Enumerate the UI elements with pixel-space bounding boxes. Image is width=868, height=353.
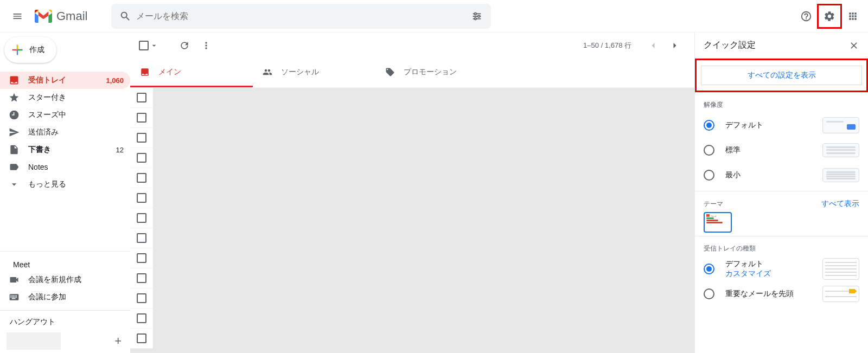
meet-join[interactable]: 会議に参加 [0, 288, 130, 306]
inbox-thumb-default [822, 258, 859, 280]
svg-point-1 [478, 15, 480, 17]
search-bar[interactable] [111, 4, 491, 29]
refresh-button[interactable] [174, 35, 195, 56]
gmail-logo[interactable]: Gmail [30, 9, 92, 23]
message-row[interactable] [130, 188, 694, 208]
row-checkbox[interactable] [137, 113, 146, 123]
help-button[interactable] [795, 5, 817, 27]
message-row[interactable] [130, 108, 694, 128]
theme-view-all[interactable]: すべて表示 [821, 199, 859, 209]
row-checkbox[interactable] [137, 313, 146, 323]
quick-settings-panel: クイック設定 すべての設定を表示 解像度 デフォルト 標準 [694, 33, 868, 353]
row-checkbox[interactable] [137, 213, 146, 223]
more-vert-icon [201, 40, 212, 51]
chevron-down-icon[interactable] [150, 41, 158, 50]
svg-rect-11 [13, 297, 14, 298]
message-row[interactable] [130, 228, 694, 248]
video-icon [0, 274, 28, 285]
nav-snoozed[interactable]: スヌーズ中 [0, 106, 130, 124]
message-row[interactable] [130, 168, 694, 188]
hangouts-new[interactable]: + [114, 334, 122, 348]
see-all-settings-button[interactable]: すべての設定を表示 [701, 66, 862, 85]
prev-page[interactable] [642, 35, 664, 56]
search-input[interactable] [136, 11, 466, 21]
radio-button[interactable] [704, 264, 714, 274]
row-checkbox[interactable] [137, 193, 146, 203]
row-checkbox[interactable] [137, 153, 146, 163]
compose-label: 作成 [29, 45, 44, 55]
message-row[interactable] [130, 268, 694, 288]
svg-rect-9 [10, 297, 11, 298]
message-row[interactable] [130, 309, 694, 329]
density-thumb-comfortable [822, 143, 859, 157]
density-compact[interactable]: 最小 [704, 163, 859, 188]
hangouts-avatar[interactable] [7, 332, 61, 350]
category-tabs: メイン ソーシャル プロモーション [130, 59, 694, 88]
pagination-info: 1–50 / 1,678 行 [583, 41, 631, 50]
apps-button[interactable] [842, 5, 864, 27]
close-settings[interactable] [848, 40, 859, 51]
settings-button[interactable] [817, 4, 842, 29]
radio-button[interactable] [704, 170, 714, 181]
message-row[interactable] [130, 88, 694, 108]
message-row[interactable] [130, 288, 694, 309]
row-checkbox[interactable] [137, 273, 146, 283]
svg-rect-12 [15, 297, 16, 298]
clock-icon [0, 110, 28, 120]
nav-notes[interactable]: Notes [0, 158, 130, 176]
nav-more[interactable]: もっと見る [0, 176, 130, 193]
row-checkbox[interactable] [137, 293, 146, 303]
inbox-type-default[interactable]: デフォルト カスタマイズ [704, 256, 859, 281]
density-default[interactable]: デフォルト [704, 113, 859, 138]
nav-inbox[interactable]: 受信トレイ 1,060 [0, 72, 130, 89]
star-icon [0, 92, 28, 103]
row-checkbox[interactable] [137, 333, 146, 343]
svg-rect-5 [12, 296, 13, 297]
more-button[interactable] [195, 35, 217, 56]
main-menu-button[interactable] [4, 3, 30, 29]
message-row[interactable] [130, 148, 694, 168]
nav-starred[interactable]: スター付き [0, 89, 130, 106]
meet-section-label: Meet [0, 252, 130, 271]
density-thumb-compact [822, 168, 859, 182]
select-all-checkbox[interactable] [139, 41, 149, 50]
theme-title: テーマ [704, 200, 821, 209]
inbox-customize-link[interactable]: カスタマイズ [725, 269, 822, 279]
search-icon[interactable] [114, 5, 136, 27]
radio-button[interactable] [704, 288, 714, 299]
message-row[interactable] [130, 208, 694, 228]
hamburger-icon [12, 11, 23, 22]
svg-rect-8 [16, 296, 17, 297]
tab-social[interactable]: ソーシャル [253, 59, 375, 87]
nav-drafts[interactable]: 下書き 12 [0, 141, 130, 158]
message-row[interactable] [130, 128, 694, 148]
next-page[interactable] [664, 35, 686, 56]
label-icon [0, 162, 28, 172]
search-options-icon[interactable] [466, 5, 488, 27]
svg-rect-14 [12, 298, 16, 299]
row-checkbox[interactable] [137, 133, 146, 143]
tab-primary[interactable]: メイン [130, 59, 253, 87]
svg-rect-6 [13, 296, 14, 297]
tab-promotions[interactable]: プロモーション [375, 59, 498, 87]
meet-new[interactable]: 会議を新規作成 [0, 271, 130, 288]
row-checkbox[interactable] [137, 233, 146, 243]
svg-point-2 [475, 17, 477, 20]
row-checkbox[interactable] [137, 93, 146, 102]
radio-button[interactable] [704, 120, 714, 131]
compose-button[interactable]: 作成 [4, 37, 56, 63]
select-all[interactable] [139, 41, 158, 50]
gmail-icon [35, 10, 52, 23]
inbox-type-important[interactable]: 重要なメールを先頭 [704, 281, 859, 306]
message-row[interactable] [130, 248, 694, 268]
row-checkbox[interactable] [137, 173, 146, 183]
sidebar: 作成 受信トレイ 1,060 スター付き スヌーズ中 送信済み 下書 [0, 33, 130, 353]
hangouts-section-label: ハングアウト [0, 311, 130, 329]
radio-button[interactable] [704, 145, 714, 156]
row-checkbox[interactable] [137, 253, 146, 263]
theme-option[interactable]: Gmail [704, 212, 732, 233]
file-icon [0, 144, 28, 155]
nav-sent[interactable]: 送信済み [0, 124, 130, 141]
density-comfortable[interactable]: 標準 [704, 138, 859, 163]
message-row[interactable] [130, 329, 694, 349]
